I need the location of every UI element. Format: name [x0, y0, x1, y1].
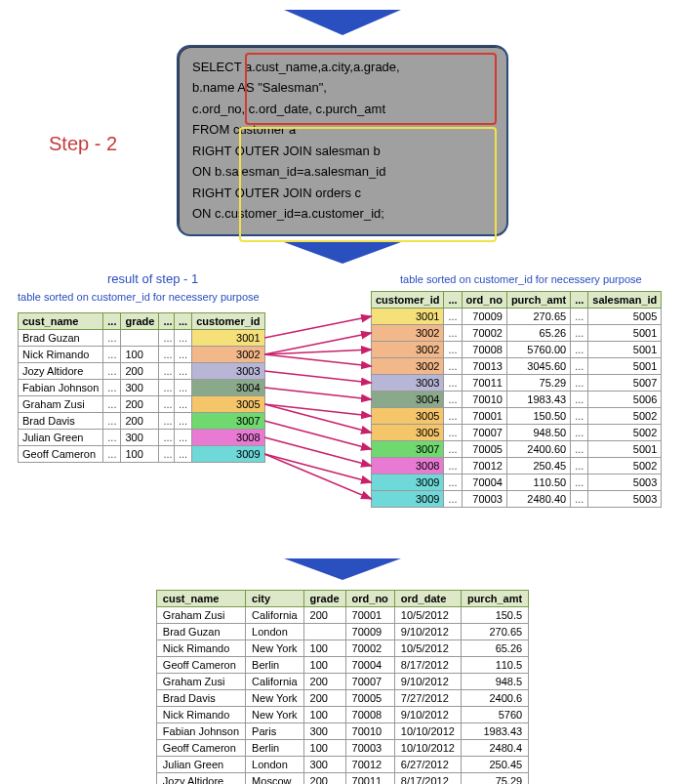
sql-line: c.ord_no, c.ord_date, c.purch_amt — [192, 99, 493, 119]
cell: ... — [444, 424, 462, 440]
sql-line: ON b.salesman_id=a.salesman_id — [192, 161, 493, 182]
cell: 70001 — [462, 407, 506, 424]
cell: 75.29 — [506, 374, 570, 391]
table-row: ...3003 — [175, 362, 265, 379]
sql-box: SELECT a.cust_name,a.city,a.grade, b.nam… — [177, 45, 508, 236]
cell: ... — [175, 362, 192, 379]
table-row: Brad DavisNew York200700057/27/20122400.… — [156, 689, 528, 706]
result-table: cust_namecitygradeord_noord_datepurch_am… — [156, 590, 529, 785]
table-row: ...3008 — [175, 429, 265, 445]
cell: ... — [444, 357, 462, 374]
table-row: Nick RimandoNew York100700089/10/2012576… — [156, 706, 528, 722]
svg-line-6 — [264, 371, 371, 383]
cell: Geoff Cameron — [156, 739, 245, 756]
cell: 70008 — [345, 706, 394, 722]
cell: 200 — [303, 772, 345, 784]
col-header: customer_id — [372, 291, 444, 308]
cell: ... — [175, 412, 192, 429]
cell: 948.50 — [506, 424, 570, 440]
cell: ... — [571, 424, 588, 440]
svg-marker-0 — [284, 10, 401, 35]
cell: 150.50 — [506, 407, 570, 424]
cell: 9/10/2012 — [394, 673, 461, 689]
cell: 10/5/2012 — [394, 640, 461, 656]
cell: ... — [571, 341, 588, 357]
cell: 3004 — [372, 391, 444, 407]
cell: 10/5/2012 — [394, 606, 461, 623]
svg-line-12 — [264, 454, 371, 482]
join-area: result of step - 1 table sorted on custo… — [10, 271, 675, 564]
cell: 270.65 — [461, 623, 528, 640]
cell: 10/10/2012 — [394, 739, 461, 756]
cell: ... — [103, 346, 121, 362]
table-row: ...3007 — [175, 412, 265, 429]
cell: ... — [444, 341, 462, 357]
cell: ... — [444, 440, 462, 457]
table-row: 3004...700101983.43...5006 — [372, 391, 662, 407]
cell: New York — [246, 640, 303, 656]
table-row: 3007...700052400.60...5001 — [372, 440, 662, 457]
caption-right: table sorted on customer_id for necesser… — [400, 273, 642, 285]
cell: 3009 — [192, 445, 264, 462]
col-header: purch_amt — [461, 590, 528, 606]
svg-line-7 — [264, 388, 371, 399]
cell: Paris — [246, 722, 303, 739]
cell: ... — [571, 308, 588, 324]
table-row: ...3004 — [175, 379, 265, 395]
cell: ... — [103, 329, 121, 346]
cell: 3009 — [372, 490, 444, 507]
cell: 5005 — [588, 308, 662, 324]
cell: Jozy Altidore — [19, 362, 103, 379]
cell: 300 — [121, 379, 159, 395]
svg-line-4 — [264, 350, 371, 354]
cell: Brad Guzan — [156, 623, 245, 640]
cell: ... — [444, 457, 462, 474]
cell — [121, 329, 159, 346]
cell: 9/10/2012 — [394, 706, 461, 722]
cell: 3007 — [372, 440, 444, 457]
cell: 3009 — [372, 474, 444, 490]
table-row: Geoff CameronBerlin100700048/17/2012110.… — [156, 656, 528, 673]
cell: ... — [175, 445, 192, 462]
cell: 5007 — [588, 374, 662, 391]
table-row: Geoff CameronBerlin1007000310/10/2012248… — [156, 739, 528, 756]
cell: 5001 — [588, 341, 662, 357]
cell: Fabian Johnson — [156, 722, 245, 739]
col-header: grade — [121, 312, 159, 329]
cell: 270.65 — [506, 308, 570, 324]
cell: ... — [571, 374, 588, 391]
cell: 70007 — [462, 424, 506, 440]
svg-line-10 — [264, 421, 371, 449]
table-row: 3005...70007948.50...5002 — [372, 424, 662, 440]
top-arrow — [10, 10, 675, 39]
table-row: ...3002 — [175, 346, 265, 362]
table-orders: customer_id...ord_nopurch_amt...salesman… — [371, 291, 662, 508]
cell: 9/10/2012 — [394, 623, 461, 640]
cell: Moscow — [246, 772, 303, 784]
table-row: Brad Guzan...... — [19, 329, 178, 346]
cell: ... — [175, 346, 192, 362]
cell: ... — [175, 429, 192, 445]
table-row: 3002...7000265.26...5001 — [372, 324, 662, 341]
cell: 1983.43 — [506, 391, 570, 407]
table-row: ...3009 — [175, 445, 265, 462]
cell: 70013 — [462, 357, 506, 374]
cell: ... — [444, 374, 462, 391]
cell: Berlin — [246, 739, 303, 756]
cell: 3008 — [192, 429, 264, 445]
cell: 3008 — [372, 457, 444, 474]
table-row: Nick RimandoNew York1007000210/5/201265.… — [156, 640, 528, 656]
cell: 70012 — [345, 756, 394, 772]
cell: 3002 — [372, 357, 444, 374]
cell: 2400.6 — [461, 689, 528, 706]
cell: 1983.43 — [461, 722, 528, 739]
cell: 70009 — [345, 623, 394, 640]
cell: 70005 — [345, 689, 394, 706]
cell: 3003 — [192, 362, 264, 379]
col-header: cust_name — [19, 312, 103, 329]
svg-line-13 — [264, 454, 371, 499]
table-row: 3001...70009270.65...5005 — [372, 308, 662, 324]
col-header: customer_id — [192, 312, 264, 329]
cell: 5002 — [588, 457, 662, 474]
cell: 250.45 — [461, 756, 528, 772]
